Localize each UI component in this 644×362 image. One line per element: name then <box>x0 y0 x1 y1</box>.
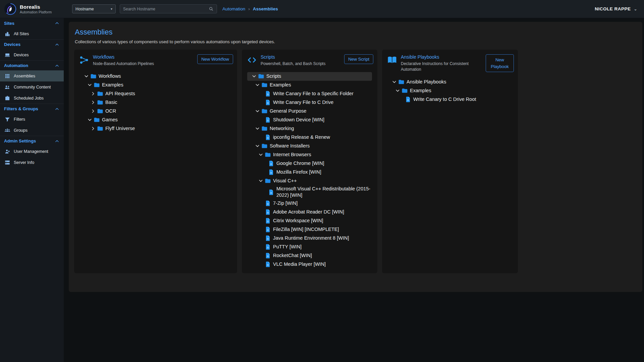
tree-folder-ansible-playbooks[interactable]: Ansible Playbooks <box>387 78 513 86</box>
tree-folder-internet-browsers[interactable]: Internet Browsers <box>247 150 372 159</box>
tree-folder-examples[interactable]: Examples <box>387 86 513 95</box>
scripts-card-header: Scripts Powershell, Batch, and Bash Scri… <box>242 54 377 69</box>
chevron-right-icon[interactable] <box>89 125 97 133</box>
tree-node-label: Workflows <box>98 73 121 80</box>
chevron-down-icon[interactable] <box>250 72 258 80</box>
chevron-right-icon[interactable] <box>89 107 97 115</box>
tree-file-write-canary-to-c-drive-root[interactable]: Write Canary to C Drive Root <box>387 95 513 104</box>
sidebar-section-admin-settings[interactable]: Admin Settings <box>0 136 64 146</box>
hostname-select[interactable]: Hostname ▾ <box>72 4 116 13</box>
chevron-down-icon[interactable] <box>86 116 94 124</box>
tree-file-filezilla-win-incomplete[interactable]: FileZilla [WIN] [INCOMPLETE] <box>247 225 372 234</box>
new-workflow-button[interactable]: New Workflow <box>197 54 233 64</box>
borealis-logo <box>4 3 17 15</box>
breadcrumb-item-automation[interactable]: Automation <box>222 6 245 11</box>
scripts-card-subtitle: Powershell, Batch, and Bash Scripts <box>261 61 325 67</box>
chevron-right-icon[interactable] <box>89 90 97 98</box>
sidebar-item-label: Scheduled Jobs <box>14 96 44 101</box>
breadcrumb-item-assemblies[interactable]: Assemblies <box>253 6 278 11</box>
chevron-down-icon[interactable] <box>253 107 261 115</box>
sidebar-item-server-info[interactable]: Server Info <box>0 157 64 168</box>
tree-file-java-runtime-environment-8-win[interactable]: Java Runtime Environment 8 [WIN] <box>247 234 372 243</box>
tree-node-label: Ansible Playbooks <box>406 79 446 85</box>
chevron-right-icon[interactable] <box>89 99 97 107</box>
tree-folder-api-requests[interactable]: API Requests <box>79 89 232 98</box>
chevron-down-icon[interactable] <box>86 81 94 89</box>
folder-icon <box>261 143 269 149</box>
sidebar-item-community-content[interactable]: Community Content <box>0 81 64 93</box>
tree-folder-workflows[interactable]: Workflows <box>79 72 232 81</box>
tree-node-label: Flyff Universe <box>105 125 135 132</box>
tree-folder-games[interactable]: Games <box>79 116 232 124</box>
tree-file-microsoft-visual-c-redistributable-2015-2022-win[interactable]: Microsoft Visual C++ Redistributable (20… <box>247 185 372 199</box>
sidebar-item-assemblies[interactable]: Assemblies <box>0 70 64 81</box>
sidebar-item-devices[interactable]: Devices <box>0 49 64 60</box>
new-script-button[interactable]: New Script <box>344 54 373 64</box>
sidebar-section-label: Filters & Groups <box>4 106 38 111</box>
tree-file-adobe-acrobat-reader-dc-win[interactable]: Adobe Acrobat Reader DC [WIN] <box>247 208 372 217</box>
page-subtitle: Collections of various types of componen… <box>75 39 637 44</box>
tree-file-ipconfig-release-renew[interactable]: ipconfig Release & Renew <box>247 133 372 142</box>
workflows-tree: WorkflowsExamplesAPI RequestsBasicOCRGam… <box>74 69 237 133</box>
tree-file-7-zip-win[interactable]: 7-Zip [WIN] <box>247 199 372 208</box>
tree-node-label: Examples <box>102 82 123 88</box>
tree-folder-flyff-universe[interactable]: Flyff Universe <box>79 124 232 133</box>
sidebar-item-label: Filters <box>14 117 25 122</box>
tree-file-citrix-workspace-win[interactable]: Citrix Workspace [WIN] <box>247 217 372 225</box>
sidebar-item-label: Assemblies <box>14 74 35 78</box>
sidebar-item-scheduled-jobs[interactable]: Scheduled Jobs <box>0 93 64 104</box>
chevron-down-icon[interactable] <box>257 177 265 185</box>
tree-indent-spacer <box>257 243 265 251</box>
sites-icon <box>4 31 10 37</box>
brand: Borealis Automation Platform <box>4 3 66 15</box>
tree-file-putty-win[interactable]: PuTTY [WIN] <box>247 243 372 251</box>
tree-folder-visual-c[interactable]: Visual C++ <box>247 177 372 185</box>
tree-folder-examples[interactable]: Examples <box>247 81 372 89</box>
sidebar-section-label: Automation <box>4 63 28 68</box>
chevron-down-icon[interactable] <box>253 125 261 133</box>
chevron-down-icon[interactable] <box>390 78 398 86</box>
tree-indent-spacer <box>257 217 265 225</box>
tree-node-label: Google Chrome [WIN] <box>276 160 324 167</box>
tree-folder-general-purpose[interactable]: General Purpose <box>247 107 372 116</box>
chevron-down-icon[interactable] <box>257 151 265 159</box>
body-row: SitesAll SitesDevicesDevicesAutomationAs… <box>0 18 644 362</box>
tree-indent-spacer <box>257 99 265 107</box>
tree-folder-networking[interactable]: Networking <box>247 124 372 133</box>
sidebar-section-sites[interactable]: Sites <box>0 18 64 28</box>
tree-indent-spacer <box>260 168 268 176</box>
tree-folder-ocr[interactable]: OCR <box>79 107 232 116</box>
sidebar-item-filters[interactable]: Filters <box>0 114 64 125</box>
chevron-down-icon[interactable] <box>82 72 90 80</box>
sidebar-item-user-management[interactable]: User Management <box>0 146 64 157</box>
chevron-down-icon[interactable] <box>253 142 261 150</box>
sidebar-item-groups[interactable]: Groups <box>0 125 64 136</box>
search-input[interactable] <box>123 7 209 11</box>
folder-icon <box>97 99 105 106</box>
app-root: Borealis Automation Platform Hostname ▾ … <box>0 0 644 362</box>
sidebar-item-all-sites[interactable]: All Sites <box>0 28 64 39</box>
tree-file-google-chrome-win[interactable]: Google Chrome [WIN] <box>247 159 372 168</box>
tree-folder-scripts[interactable]: Scripts <box>247 72 372 81</box>
tree-folder-examples[interactable]: Examples <box>79 81 232 89</box>
tree-file-write-canary-file-to-a-specific-folder[interactable]: Write Canary File to a Specific Folder <box>247 89 372 98</box>
user-menu[interactable]: NICOLE RAPPE ⌄ <box>595 6 637 11</box>
tree-file-mozilla-firefox-win[interactable]: Mozilla Firefox [WIN] <box>247 168 372 177</box>
folder-icon <box>261 125 269 132</box>
sidebar-section-filters-groups[interactable]: Filters & Groups <box>0 104 64 114</box>
sidebar-section-automation[interactable]: Automation <box>0 60 64 70</box>
tree-file-rocketchat-win[interactable]: RocketChat [WIN] <box>247 251 372 260</box>
scripts-card-title: Scripts <box>261 54 325 60</box>
tree-file-shutdown-device-win[interactable]: Shutdown Device [WIN] <box>247 116 372 124</box>
tree-folder-basic[interactable]: Basic <box>79 98 232 107</box>
new-playbook-button[interactable]: New Playbook <box>486 54 514 72</box>
tree-folder-software-installers[interactable]: Software Installers <box>247 142 372 150</box>
tree-file-vlc-media-player-win[interactable]: VLC Media Player [WIN] <box>247 260 372 269</box>
chevron-down-icon[interactable] <box>253 81 261 89</box>
tree-node-label: Mozilla Firefox [WIN] <box>276 169 321 176</box>
sidebar-section-label: Devices <box>4 42 20 47</box>
sidebar-section-devices[interactable]: Devices <box>0 39 64 49</box>
tree-file-write-canary-file-to-c-drive[interactable]: Write Canary File to C Drive <box>247 98 372 107</box>
tree-indent-spacer <box>257 208 265 216</box>
chevron-down-icon[interactable] <box>393 87 401 95</box>
